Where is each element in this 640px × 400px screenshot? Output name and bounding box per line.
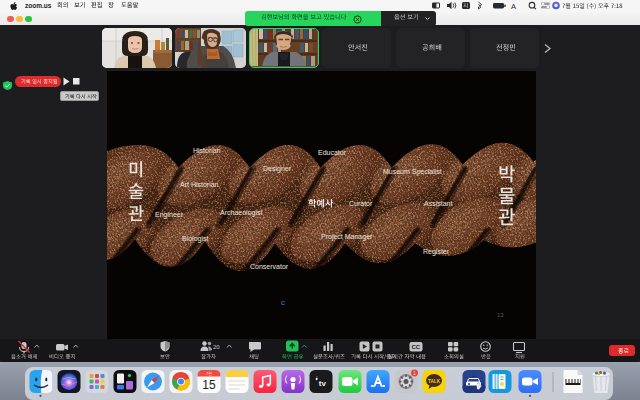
svg-text:15: 15 <box>202 378 216 392</box>
svg-text:20: 20 <box>213 344 220 350</box>
svg-text:TALK: TALK <box>428 379 441 384</box>
svg-text:tv: tv <box>319 379 327 388</box>
svg-text:1: 1 <box>413 371 416 376</box>
svg-text:A: A <box>511 2 516 11</box>
svg-text:CC: CC <box>412 344 421 350</box>
